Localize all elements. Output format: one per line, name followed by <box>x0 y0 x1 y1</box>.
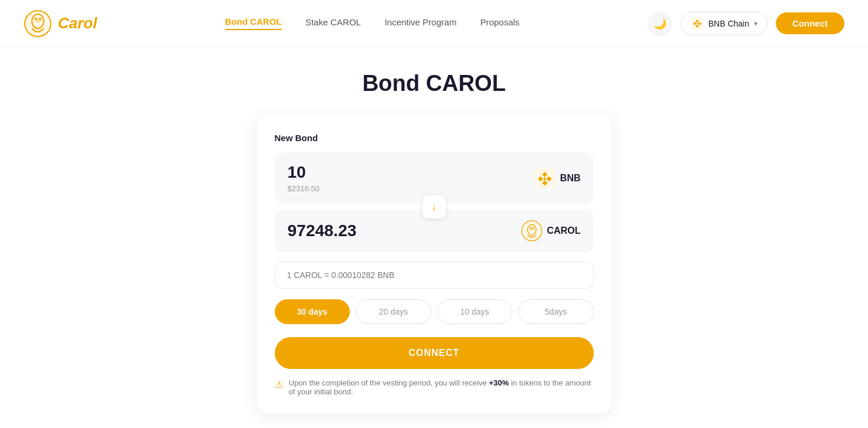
rate-box: 1 CAROL = 0.00010282 BNB <box>275 262 594 289</box>
info-text: Upon the completion of the vesting perio… <box>289 378 594 396</box>
connect-button[interactable]: Connect <box>776 12 844 34</box>
down-arrow-icon: ↓ <box>431 201 437 213</box>
nav-proposals[interactable]: Proposals <box>480 17 520 30</box>
logo-text: Carol <box>58 14 97 32</box>
connect-main-button[interactable]: CONNECT <box>275 337 594 369</box>
nav-bond-carol[interactable]: Bond CAROL <box>225 17 282 30</box>
bnb-token-icon <box>534 168 555 189</box>
days-selector: 30 days 20 days 10 days 5days <box>275 299 594 324</box>
from-amount: 10 <box>288 163 320 182</box>
nav-stake-carol[interactable]: Stake CAROL <box>305 17 361 30</box>
from-token-label: BNB <box>560 173 581 184</box>
chain-selector[interactable]: BNB Chain ▾ <box>681 12 768 35</box>
chain-label: BNB Chain <box>708 19 749 28</box>
chevron-down-icon: ▾ <box>754 19 758 28</box>
svg-point-11 <box>532 227 534 229</box>
nav-incentive-program[interactable]: Incentive Program <box>385 17 457 30</box>
main-nav: Bond CAROL Stake CAROL Incentive Program… <box>225 17 519 30</box>
days-30-button[interactable]: 30 days <box>275 299 350 324</box>
from-token-badge: BNB <box>534 168 581 189</box>
svg-point-3 <box>34 18 37 20</box>
page-title: Bond CAROL <box>362 71 506 96</box>
days-5-button[interactable]: 5days <box>518 299 594 324</box>
header-right: 🌙 BNB Chain ▾ Connect <box>648 11 844 36</box>
bnb-chain-icon <box>691 17 704 30</box>
rate-text: 1 CAROL = 0.00010282 BNB <box>287 270 395 280</box>
from-usd-value: $2316.50 <box>288 184 320 193</box>
days-20-button[interactable]: 20 days <box>356 299 431 324</box>
carol-token-icon <box>521 220 542 241</box>
logo-icon <box>24 9 52 38</box>
svg-point-10 <box>529 227 531 229</box>
info-highlight: +30% <box>489 378 509 387</box>
to-amount: 97248.23 <box>288 221 357 240</box>
theme-toggle-button[interactable]: 🌙 <box>648 11 672 36</box>
swap-arrow-button[interactable]: ↓ <box>422 194 447 219</box>
days-10-button[interactable]: 10 days <box>437 299 513 324</box>
warning-icon: ⚠ <box>275 379 283 390</box>
svg-point-4 <box>39 18 41 20</box>
info-row: ⚠ Upon the completion of the vesting per… <box>275 378 594 396</box>
to-token-label: CAROL <box>547 226 581 236</box>
from-amount-area: 10 $2316.50 <box>288 163 320 193</box>
to-token-badge: CAROL <box>521 220 581 241</box>
bond-card: New Bond 10 $2316.50 BNB <box>257 115 612 414</box>
info-text-before: Upon the completion of the vesting perio… <box>289 378 489 387</box>
new-bond-label: New Bond <box>275 133 594 143</box>
logo: Carol <box>24 9 97 38</box>
to-amount-area: 97248.23 <box>288 221 357 240</box>
